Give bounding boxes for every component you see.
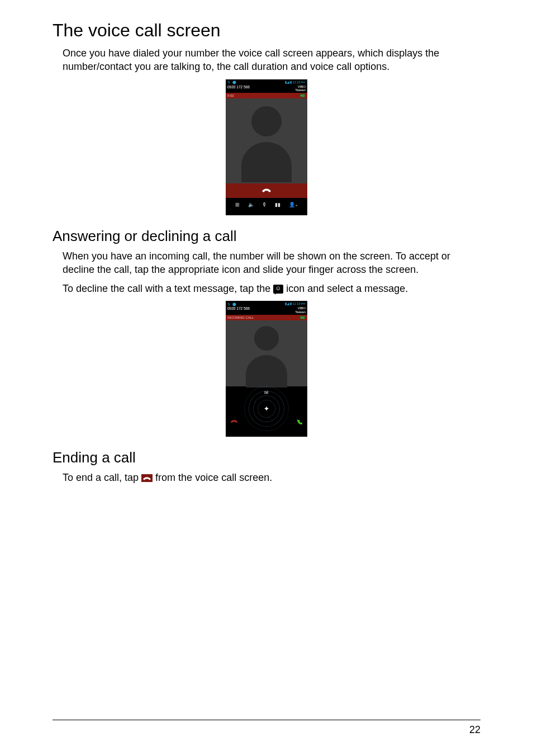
carrier-info: VIBO Taiwan	[295, 85, 306, 92]
phone-mock-incoming-call: ⇅ ⬤ ▮◢ ▮ 11:15 ᴘᴍ 0920 172 588 VIBO Taiw…	[226, 301, 307, 437]
carrier-line1: VIBO	[298, 306, 306, 310]
p4-part1: To end a call, tap	[63, 472, 141, 483]
call-number: 0920 172 588	[227, 85, 250, 92]
slide-handle-icon[interactable]: ✦	[264, 405, 269, 413]
call-duration: 0:02	[227, 94, 234, 97]
call-number: 0920 172 588	[227, 306, 250, 314]
contact-avatar	[226, 320, 307, 386]
status-right-icons: ▮◢ ▮ 11:15 ᴘᴍ	[285, 81, 306, 84]
p4-part2: from the voice call screen.	[155, 472, 272, 483]
dialpad-icon[interactable]: ⊞	[235, 202, 240, 207]
hd-badge: HD	[299, 316, 306, 319]
p3-part1: To decline the call with a text message,…	[63, 283, 273, 294]
para-decline-with-message: To decline the call with a text message,…	[63, 282, 480, 295]
footer-rule	[53, 720, 480, 720]
status-left-icons: ⇅ ⬤	[227, 80, 237, 84]
end-call-bar[interactable]	[226, 183, 307, 198]
phone-mock-active-call: ⇅ ⬤ ▮◢ ▮ 11:15 ᴘᴍ 0920 172 588 VIBO Taiw…	[226, 79, 307, 215]
carrier-line2: Taiwan	[295, 310, 306, 314]
carrier-line2: Taiwan	[295, 88, 306, 92]
contact-avatar	[226, 98, 307, 183]
para-end-call: To end a call, tap from the voice call s…	[63, 471, 480, 484]
figure-incoming-call-screen: ⇅ ⬤ ▮◢ ▮ 11:15 ᴘᴍ 0920 172 588 VIBO Taiw…	[53, 301, 480, 437]
page-number: 22	[469, 724, 480, 736]
heading-ending-call: Ending a call	[53, 449, 480, 466]
answer-call-icon[interactable]	[296, 419, 303, 427]
decline-call-icon[interactable]	[230, 419, 238, 426]
para-answer-decline-desc: When you have an incoming call, the numb…	[63, 249, 480, 277]
end-call-icon	[141, 474, 153, 482]
hd-badge: HD	[299, 94, 306, 97]
carrier-info: VIBO Taiwan	[295, 306, 306, 314]
p3-part2: icon and select a message.	[286, 283, 408, 294]
heading-voice-call-screen: The voice call screen	[53, 20, 480, 41]
figure-voice-call-screen: ⇅ ⬤ ▮◢ ▮ 11:15 ᴘᴍ 0920 172 588 VIBO Taiw…	[53, 79, 480, 215]
incoming-call-label: INCOMING CALL	[227, 316, 254, 319]
message-icon	[273, 285, 283, 294]
hold-icon[interactable]: ▮▮	[275, 202, 280, 207]
answer-ring-control[interactable]: ✉ ✦	[226, 386, 307, 432]
status-left-icons: ⇅ ⬤	[227, 302, 237, 306]
end-call-icon	[261, 188, 272, 193]
mute-icon[interactable]: 🎙	[262, 202, 267, 207]
add-contact-icon[interactable]: 👤₊	[289, 202, 298, 207]
carrier-line1: VIBO	[298, 85, 306, 88]
heading-answering-declining: Answering or declining a call	[53, 228, 480, 245]
para-voice-call-desc: Once you have dialed your number the voi…	[63, 46, 480, 74]
speaker-icon[interactable]: 🔈	[248, 202, 254, 207]
status-right-icons: ▮◢ ▮ 11:15 ᴘᴍ	[285, 302, 306, 305]
sms-reply-icon[interactable]: ✉	[264, 390, 269, 395]
